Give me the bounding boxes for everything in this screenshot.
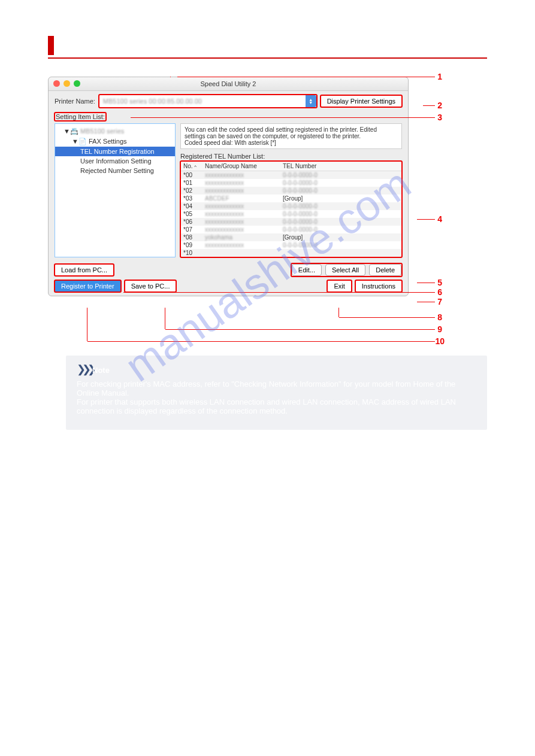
callout-7: 7 [437,297,442,306]
table-row[interactable]: *06xxxxxxxxxxxxx0-0-0-0000-0 [181,218,401,226]
table-row[interactable]: *08yokohama[Group] [181,233,401,241]
info-line-2: Coded speed dial: With asterisk [*] [185,139,398,146]
tree-user-information-setting[interactable]: User Information Setting [55,156,175,166]
header-rule [48,57,487,59]
registered-list-label: Registered TEL Number List: [180,153,402,160]
table-row[interactable]: *00xxxxxxxxxxxxx0-0-0-0000-0 [181,171,401,179]
register-to-printer-button[interactable]: Register to Printer [55,280,121,292]
page-title: Speed Dial Utility2 Dialog box [61,36,487,50]
tree-tel-number-registration[interactable]: TEL Number Registration [55,147,175,156]
desc-1-body2: Behind printer name, printer's MAC addre… [66,341,487,350]
col-name[interactable]: Name/Group Name [205,163,283,169]
desc-item-1: 1. Printer Name: Selects the printer for… [66,320,487,430]
callout-6: 6 [437,287,442,297]
desc-item-3: 3. Setting Item List: Selects a setting … [66,474,487,503]
save-to-pc-button[interactable]: Save to PC... [125,280,177,292]
table-row[interactable]: *03ABCDEF[Group] [181,195,401,202]
table-row[interactable]: *01xxxxxxxxxxxxx0-0-0-0000-0 [181,179,401,187]
chevron-updown-icon: ▲▼ [306,95,316,107]
tel-number-list[interactable]: No. ^ Name/Group Name TEL Number *00xxxx… [180,161,402,257]
settings-tree[interactable]: ▼📇 MB5100 series ▼📄 FAX Settings TEL Num… [55,123,176,257]
display-printer-settings-button[interactable]: Display Printer Settings [321,95,402,107]
edit-button[interactable]: Edit... [292,264,322,276]
desc-3-body: Selects a setting item for editing. Choo… [66,485,487,503]
select-all-button[interactable]: Select All [325,264,365,276]
zoom-icon[interactable] [74,80,80,87]
desc-3-title: 3. Setting Item List: [66,474,487,483]
info-line-1: You can edit the coded speed dial settin… [185,126,398,139]
desc-1-title: 1. Printer Name: [66,320,487,329]
callout-1: 1 [437,72,442,81]
note-arrows-icon: ❯❯❯ Note [77,363,476,376]
callout-8: 8 [437,312,442,322]
callout-3: 3 [437,113,442,122]
callout-2: 2 [437,101,442,110]
delete-button[interactable]: Delete [369,264,401,276]
desc-1-body: Selects the printer for editing the tele… [66,332,487,341]
tree-root[interactable]: ▼📇 MB5100 series [55,126,175,136]
window-title: Speed Dial Utility 2 [201,80,256,87]
printer-name-select[interactable]: MB5100 series 00:00:85.00.00.00 ▲▼ [99,95,317,108]
col-no[interactable]: No. ^ [183,163,205,169]
tree-fax-settings[interactable]: ▼📄 FAX Settings [55,136,175,147]
col-tel[interactable]: TEL Number [283,163,399,169]
desc-2-body: Loads the telephone directory registered… [66,453,487,462]
printer-name-label: Printer Name: [55,98,95,105]
instructions-button[interactable]: Instructions [355,280,402,292]
table-row[interactable]: *07xxxxxxxxxxxxx0-0-0-0000-0 [181,226,401,233]
callout-5: 5 [437,278,442,287]
load-from-pc-button[interactable]: Load from PC... [55,264,114,276]
setting-item-list-label: Setting Item List: [55,113,106,121]
table-row[interactable]: *04xxxxxxxxxxxxx0-0-0-0000-0 [181,202,401,210]
info-box: You can edit the coded speed dial settin… [180,123,402,149]
minimize-icon[interactable] [64,80,70,87]
titlebar: Speed Dial Utility 2 [49,77,408,91]
callout-9: 9 [437,324,442,334]
exit-button[interactable]: Exit [327,280,351,292]
table-row[interactable]: *09xxxxxxxxxxxxx0-0-0-0000-0 [181,241,401,249]
note-body-2: For printer that supports both wireless … [77,397,476,415]
traffic-lights [53,80,80,87]
list-header: No. ^ Name/Group Name TEL Number [181,162,401,171]
close-icon[interactable] [53,80,60,87]
app-window: Speed Dial Utility 2 Printer Name: MB510… [48,77,409,296]
table-row[interactable]: *10 [181,249,401,257]
callout-4: 4 [437,214,442,224]
tree-rejected-number-setting[interactable]: Rejected Number Setting [55,166,175,175]
note-block: ❯❯❯ Note For checking printer's MAC addr… [66,356,487,430]
desc-2-title: 2. Display Printer Settings [66,442,487,451]
callout-10: 10 [435,336,445,346]
printer-name-value: MB5100 series 00:00:85.00.00.00 [103,98,202,105]
table-row[interactable]: *05xxxxxxxxxxxxx0-0-0-0000-0 [181,210,401,218]
desc-item-2: 2. Display Printer Settings Loads the te… [66,442,487,462]
table-row[interactable]: *02xxxxxxxxxxxxx0-0-0-0000-0 [181,187,401,195]
note-body-1: For checking printer's MAC address, refe… [77,379,476,397]
